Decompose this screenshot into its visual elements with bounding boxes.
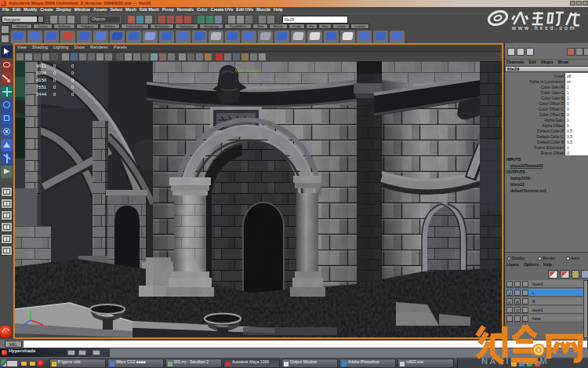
svg-text:4156: 4156	[36, 78, 47, 82]
svg-text:6444: 6444	[36, 92, 47, 97]
svg-text:7551: 7551	[36, 85, 47, 89]
svg-text:www.hxsd.com: www.hxsd.com	[511, 25, 577, 31]
svg-text:5926: 5926	[36, 71, 47, 75]
svg-text:With Texture: With Texture	[235, 68, 262, 73]
svg-text:9611: 9611	[36, 64, 47, 68]
